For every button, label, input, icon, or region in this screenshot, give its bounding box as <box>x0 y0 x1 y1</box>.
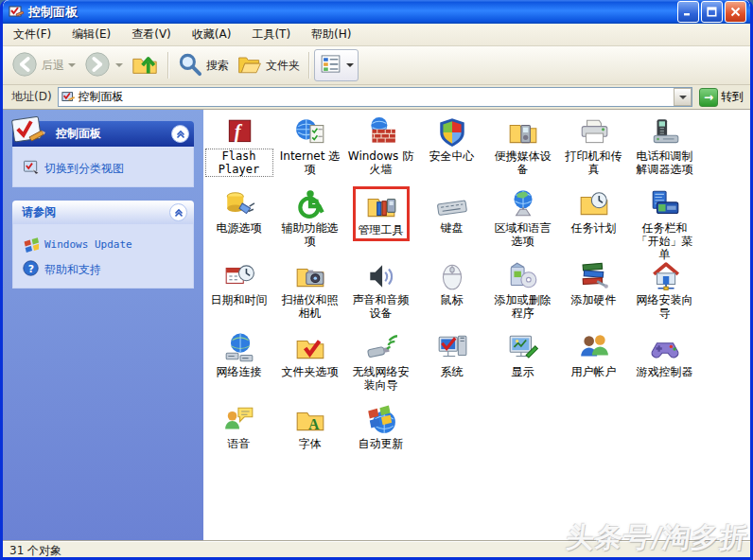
keyboard-icon <box>436 188 468 220</box>
cp-item-cell: 显示 <box>487 330 558 402</box>
cp-item-media[interactable]: 便携媒体设备 <box>489 114 557 177</box>
menu-item-5[interactable]: 帮助(H) <box>301 24 361 45</box>
forward-button[interactable] <box>79 48 127 83</box>
menu-item-2[interactable]: 查看(V) <box>121 24 182 45</box>
cp-item-tasks[interactable]: 任务计划 <box>570 186 618 236</box>
folders-label: 文件夹 <box>266 58 300 74</box>
task-link[interactable]: 切换到分类视图 <box>23 159 187 177</box>
cp-item-addhw[interactable]: 添加硬件 <box>570 258 618 307</box>
cp-item-label: Windows 防火墙 <box>348 149 414 176</box>
menu-item-4[interactable]: 工具(T) <box>241 24 301 45</box>
cp-item-access[interactable]: 辅助功能选项 <box>276 186 344 249</box>
search-button[interactable]: 搜索 <box>173 49 233 82</box>
cp-item-sound[interactable]: 声音和音频设备 <box>347 258 415 321</box>
mouse-icon <box>436 260 468 292</box>
firewall-icon <box>365 116 397 149</box>
cp-item-label: 鼠标 <box>441 293 464 306</box>
cp-item-security[interactable]: 安全中心 <box>429 114 476 164</box>
cp-item-gamepad[interactable]: 游戏控制器 <box>636 330 694 379</box>
cp-item-admin[interactable]: 管理工具 <box>353 186 410 241</box>
maximize-button[interactable] <box>701 1 723 23</box>
folders-icon <box>236 51 263 80</box>
cp-item-wireless[interactable]: 无线网络安装向导 <box>347 330 415 393</box>
content-area: 控制面板 切换到分类视图 请参阅 Windows Update?帮助和支持 fF… <box>3 110 750 540</box>
cp-item-addremove[interactable]: 添加或删除程序 <box>489 258 557 321</box>
admin-icon <box>365 190 397 222</box>
cp-item-label: 游戏控制器 <box>637 365 693 378</box>
object-count: 31 个对象 <box>9 543 61 559</box>
cp-item-label: 系统 <box>441 365 464 378</box>
cp-item-netwizard[interactable]: 网络安装向导 <box>631 258 699 321</box>
address-dropdown-button[interactable] <box>674 88 692 106</box>
collapse-chevron-icon[interactable] <box>169 203 187 221</box>
up-button[interactable] <box>127 48 163 83</box>
go-button[interactable]: → 转到 <box>699 88 744 107</box>
wireless-icon <box>365 332 397 364</box>
cp-item-cell: 辅助功能选项 <box>274 186 345 258</box>
views-button[interactable] <box>314 49 359 81</box>
speech-icon <box>223 404 255 436</box>
cp-item-autoupdate[interactable]: 自动更新 <box>358 402 405 451</box>
cp-item-flash[interactable]: fFlash Player <box>205 114 273 177</box>
close-button[interactable] <box>725 1 746 23</box>
cp-item-label: 自动更新 <box>359 437 404 450</box>
netconn-icon <box>223 332 255 364</box>
cp-item-cell: 自动更新 <box>345 402 416 474</box>
cp-item-camera[interactable]: 扫描仪和照相机 <box>276 258 344 321</box>
go-label: 转到 <box>721 89 744 105</box>
cp-item-printer[interactable]: 打印机和传真 <box>560 114 628 177</box>
task-pane-sidebar: 控制面板 切换到分类视图 请参阅 Windows Update?帮助和支持 <box>3 110 203 540</box>
address-control-panel-icon <box>61 90 76 104</box>
control-panel-panel-header[interactable]: 控制面板 <box>12 121 194 147</box>
cp-item-cell: 区域和语言选项 <box>487 186 558 258</box>
cp-item-label: 无线网络安装向导 <box>348 365 414 392</box>
back-button[interactable]: 后退 <box>7 48 79 83</box>
panel-title: 控制面板 <box>56 126 171 142</box>
collapse-chevron-icon[interactable] <box>171 125 189 143</box>
address-value[interactable]: 控制面板 <box>79 89 674 105</box>
cp-item-cell: 游戏控制器 <box>629 330 700 402</box>
cp-item-datetime[interactable]: 日期和时间 <box>210 258 269 307</box>
cp-item-taskbar[interactable]: 任务栏和「开始」菜单 <box>631 186 699 262</box>
cp-item-cell: 声音和音频设备 <box>345 258 416 330</box>
svg-text:A: A <box>307 416 319 432</box>
menu-item-0[interactable]: 文件(F) <box>3 24 61 45</box>
fonts-icon: A <box>294 404 326 436</box>
task-link[interactable]: Windows Update <box>23 236 187 253</box>
cp-item-cell: 无线网络安装向导 <box>345 330 416 402</box>
cp-item-cell: 安全中心 <box>416 114 487 186</box>
access-icon <box>294 188 326 220</box>
cp-item-keyboard[interactable]: 键盘 <box>435 186 469 236</box>
task-link[interactable]: ?帮助和支持 <box>23 260 187 278</box>
cp-item-speech[interactable]: 语音 <box>222 402 256 451</box>
cp-item-display[interactable]: 显示 <box>506 330 540 379</box>
cp-item-system[interactable]: 系统 <box>435 330 469 379</box>
views-dropdown-icon <box>346 63 354 67</box>
menu-item-1[interactable]: 编辑(E) <box>61 24 121 45</box>
back-dropdown-icon[interactable] <box>68 63 76 67</box>
search-label: 搜索 <box>206 58 229 74</box>
forward-dropdown-icon[interactable] <box>115 63 123 67</box>
cp-item-fonts[interactable]: A字体 <box>293 402 327 451</box>
security-icon <box>436 116 468 149</box>
see-also-panel-header[interactable]: 请参阅 <box>12 201 194 224</box>
minimize-button[interactable] <box>677 1 699 23</box>
go-arrow-icon: → <box>699 88 718 107</box>
cp-item-folderopt[interactable]: 文件夹选项 <box>281 330 340 379</box>
cp-item-users[interactable]: 用户帐户 <box>570 330 618 379</box>
cp-item-label: 打印机和传真 <box>561 149 627 176</box>
cp-item-region[interactable]: 区域和语言选项 <box>489 186 557 249</box>
cp-item-cell: Internet 选项 <box>274 114 345 186</box>
toolbar-separator <box>308 52 309 79</box>
address-combobox[interactable]: 控制面板 <box>58 87 692 107</box>
cp-item-mouse[interactable]: 鼠标 <box>435 258 469 307</box>
cp-item-netconn[interactable]: 网络连接 <box>216 330 263 379</box>
folders-button[interactable]: 文件夹 <box>233 49 304 82</box>
cp-item-inet[interactable]: Internet 选项 <box>276 114 344 177</box>
menu-item-3[interactable]: 收藏(A) <box>182 24 242 45</box>
phone-icon <box>649 116 681 149</box>
cp-item-power[interactable]: 电源选项 <box>216 186 263 236</box>
cp-item-phone[interactable]: 电话和调制解调器选项 <box>631 114 699 177</box>
cp-item-label: 声音和音频设备 <box>348 293 414 320</box>
cp-item-firewall[interactable]: Windows 防火墙 <box>347 114 415 177</box>
